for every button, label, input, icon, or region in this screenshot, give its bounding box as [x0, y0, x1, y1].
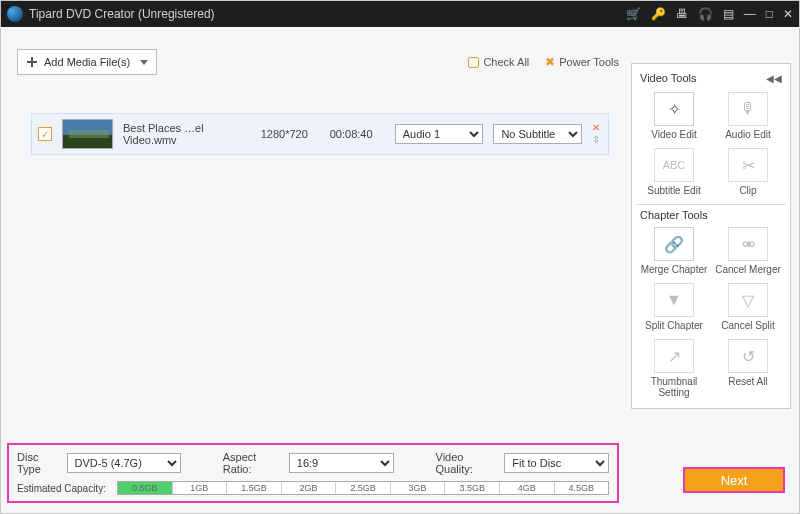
capacity-tick: 2GB [282, 482, 337, 494]
menu-icon[interactable]: ▤ [723, 7, 734, 21]
check-all-toggle[interactable]: Check All [468, 56, 529, 68]
subtitle-edit-icon[interactable]: ABC [654, 148, 694, 182]
capacity-bar: 0.5GB1GB1.5GB2GB2.5GB3GB3.5GB4GB4.5GB [117, 481, 609, 495]
cart-icon[interactable]: 🛒 [626, 7, 641, 21]
disc-type-label: Disc Type [17, 451, 63, 475]
row-checkbox[interactable]: ✓ [38, 127, 52, 141]
tool-video-edit[interactable]: ✧Video Edit [638, 90, 710, 144]
remove-row-icon[interactable]: ✕ [592, 123, 600, 133]
filename: Best Places …el Video.wmv [123, 122, 251, 146]
audio-edit-icon[interactable]: 🎙 [728, 92, 768, 126]
titlebar: Tipard DVD Creator (Unregistered) 🛒 🔑 🖶 … [1, 1, 799, 27]
capacity-label: Estimated Capacity: [17, 483, 117, 494]
right-panel: Video Tools ◀◀ ✧Video Edit🎙Audio EditABC… [631, 63, 791, 409]
cancel-merger-label: Cancel Merger [715, 264, 781, 275]
disc-type-select[interactable]: DVD-5 (4.7G) [67, 453, 181, 473]
reset-all-icon[interactable]: ↺ [728, 339, 768, 373]
video-thumbnail[interactable] [62, 119, 113, 149]
tool-cancel-merger[interactable]: ⚮Cancel Merger [712, 225, 784, 279]
video-quality-select[interactable]: Fit to Disc [504, 453, 609, 473]
collapse-panel-icon[interactable]: ◀◀ [766, 73, 782, 84]
subtitle-edit-label: Subtitle Edit [647, 185, 700, 196]
capacity-tick: 3.5GB [445, 482, 500, 494]
split-chapter-label: Split Chapter [645, 320, 703, 331]
app-title: Tipard DVD Creator (Unregistered) [29, 7, 626, 21]
capacity-tick: 2.5GB [336, 482, 391, 494]
print-icon[interactable]: 🖶 [676, 7, 688, 21]
add-media-button[interactable]: Add Media File(s) [17, 49, 157, 75]
thumbnail-setting-label: Thumbnail Setting [638, 376, 710, 398]
close-icon[interactable]: ✕ [783, 7, 793, 21]
reorder-icon[interactable]: ⇳ [592, 135, 600, 145]
next-label: Next [721, 473, 748, 488]
media-row[interactable]: ✓ Best Places …el Video.wmv 1280*720 00:… [31, 113, 609, 155]
checkbox-icon [468, 57, 479, 68]
capacity-tick: 3GB [391, 482, 446, 494]
subtitle-select[interactable]: No Subtitle [493, 124, 582, 144]
video-tools-header: Video Tools [640, 72, 696, 84]
toolbar: Add Media File(s) Check All ✖ Power Tool… [17, 47, 619, 77]
tool-merge-chapter[interactable]: 🔗Merge Chapter [638, 225, 710, 279]
resolution: 1280*720 [261, 128, 320, 140]
merge-chapter-icon[interactable]: 🔗 [654, 227, 694, 261]
capacity-tick: 0.5GB [118, 482, 173, 494]
add-media-label: Add Media File(s) [44, 56, 130, 68]
clip-icon[interactable]: ✂ [728, 148, 768, 182]
app-logo-icon [7, 6, 23, 22]
chapter-tools-header: Chapter Tools [636, 204, 786, 225]
tool-subtitle-edit[interactable]: ABCSubtitle Edit [638, 146, 710, 200]
maximize-icon[interactable]: □ [766, 7, 773, 21]
video-edit-label: Video Edit [651, 129, 696, 140]
headset-icon[interactable]: 🎧 [698, 7, 713, 21]
tool-audio-edit[interactable]: 🎙Audio Edit [712, 90, 784, 144]
video-edit-icon[interactable]: ✧ [654, 92, 694, 126]
capacity-tick: 1.5GB [227, 482, 282, 494]
clip-label: Clip [739, 185, 756, 196]
tool-cancel-split[interactable]: ▽Cancel Split [712, 281, 784, 335]
tool-reset-all[interactable]: ↺Reset All [712, 337, 784, 402]
merge-chapter-label: Merge Chapter [641, 264, 708, 275]
cancel-split-label: Cancel Split [721, 320, 774, 331]
chevron-down-icon [140, 60, 148, 65]
reset-all-label: Reset All [728, 376, 767, 387]
power-tools-label: Power Tools [559, 56, 619, 68]
wrench-icon: ✖ [545, 55, 555, 69]
capacity-tick: 4.5GB [555, 482, 609, 494]
aspect-ratio-label: Aspect Ratio: [223, 451, 285, 475]
thumbnail-setting-icon[interactable]: ↗ [654, 339, 694, 373]
cancel-merger-icon[interactable]: ⚮ [728, 227, 768, 261]
tool-clip[interactable]: ✂Clip [712, 146, 784, 200]
check-all-label: Check All [483, 56, 529, 68]
capacity-tick: 4GB [500, 482, 555, 494]
audio-edit-label: Audio Edit [725, 129, 771, 140]
audio-track-select[interactable]: Audio 1 [395, 124, 484, 144]
split-chapter-icon[interactable]: ▼ [654, 283, 694, 317]
video-quality-label: Video Quality: [436, 451, 501, 475]
cancel-split-icon[interactable]: ▽ [728, 283, 768, 317]
plus-icon [26, 56, 38, 68]
key-icon[interactable]: 🔑 [651, 7, 666, 21]
output-settings-box: Disc Type DVD-5 (4.7G) Aspect Ratio: 16:… [7, 443, 619, 503]
power-tools-button[interactable]: ✖ Power Tools [545, 55, 619, 69]
media-list: ✓ Best Places …el Video.wmv 1280*720 00:… [31, 113, 609, 155]
tool-split-chapter[interactable]: ▼Split Chapter [638, 281, 710, 335]
capacity-tick: 1GB [173, 482, 228, 494]
aspect-ratio-select[interactable]: 16:9 [289, 453, 394, 473]
minimize-icon[interactable]: — [744, 7, 756, 21]
duration: 00:08:40 [330, 128, 385, 140]
next-button[interactable]: Next [683, 467, 785, 493]
tool-thumbnail-setting[interactable]: ↗Thumbnail Setting [638, 337, 710, 402]
